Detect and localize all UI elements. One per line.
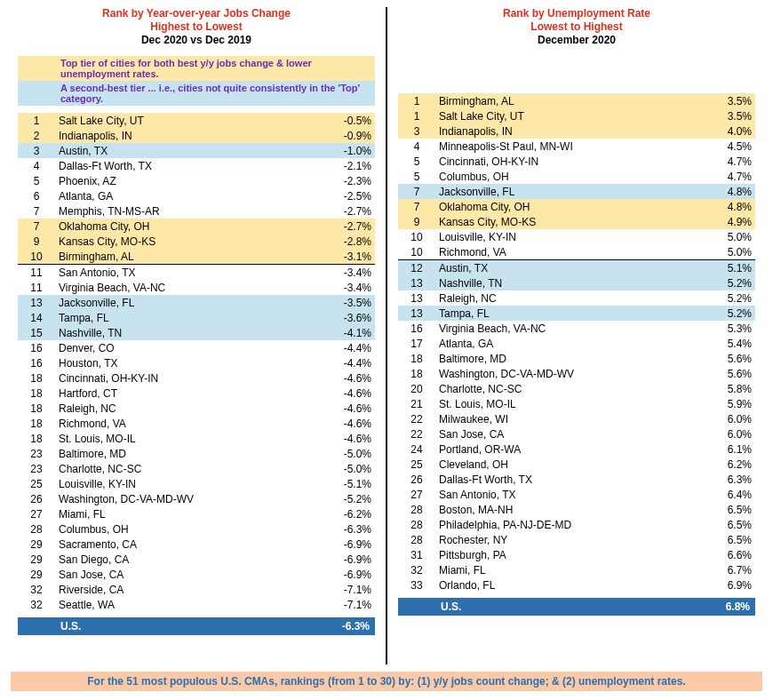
city-cell: Jacksonville, FL: [435, 184, 691, 199]
value-cell: -4.1%: [311, 325, 375, 340]
table-row: 26Washington, DC-VA-MD-WV-5.2%: [18, 491, 375, 506]
table-row: 6Atlanta, GA-2.5%: [18, 188, 375, 203]
city-cell: Miami, FL: [435, 562, 691, 577]
value-cell: 4.9%: [691, 214, 755, 229]
rank-cell: 4: [18, 158, 55, 173]
city-cell: Philadelphia, PA-NJ-DE-MD: [435, 517, 691, 532]
value-cell: -6.2%: [311, 506, 375, 521]
value-cell: -1.0%: [311, 143, 375, 158]
city-cell: Orlando, FL: [435, 577, 691, 593]
rank-cell: 18: [398, 351, 435, 366]
rank-cell: 20: [398, 381, 435, 396]
value-cell: -4.6%: [311, 370, 375, 386]
city-cell: San Jose, CA: [55, 567, 311, 582]
city-cell: Kansas City, MO-KS: [435, 214, 691, 229]
table-row: 12Austin, TX5.1%: [398, 260, 755, 276]
value-cell: 5.2%: [691, 275, 755, 290]
value-cell: 6.4%: [691, 487, 755, 502]
left-title-2: Highest to Lowest: [18, 20, 375, 34]
city-cell: Portland, OR-WA: [435, 441, 691, 457]
table-row: 7Oklahoma City, OH4.8%: [398, 199, 755, 214]
table-row: 18Raleigh, NC-4.6%: [18, 401, 375, 416]
value-cell: 5.6%: [691, 366, 755, 381]
table-row: 1Salt Lake City, UT-0.5%: [18, 113, 375, 128]
rank-cell: 29: [18, 537, 55, 552]
value-cell: -5.0%: [311, 461, 375, 476]
table-row: 17Atlanta, GA5.4%: [398, 336, 755, 351]
rank-cell: 5: [398, 154, 435, 169]
table-row: 4Dallas-Ft Worth, TX-2.1%: [18, 158, 375, 173]
city-cell: Birmingham, AL: [55, 249, 311, 265]
city-cell: Indianapolis, IN: [435, 123, 691, 139]
rank-cell: 18: [18, 386, 55, 401]
value-cell: -3.6%: [311, 310, 375, 325]
value-cell: 4.7%: [691, 154, 755, 169]
rank-cell: 15: [18, 325, 55, 340]
rank-cell: 23: [18, 461, 55, 476]
city-cell: Raleigh, NC: [435, 290, 691, 306]
city-cell: San Antonio, TX: [435, 487, 691, 502]
table-row: 23Charlotte, NC-SC-5.0%: [18, 461, 375, 476]
table-row: 24Portland, OR-WA6.1%: [398, 441, 755, 457]
table-row: 31Pittsburgh, PA6.6%: [398, 547, 755, 562]
rank-cell: 28: [398, 502, 435, 517]
table-row: 16Houston, TX-4.4%: [18, 355, 375, 370]
rank-cell: 3: [18, 143, 55, 158]
left-title-1: Rank by Year-over-year Jobs Change: [18, 7, 375, 20]
city-cell: Louisville, KY-IN: [435, 229, 691, 244]
city-cell: Sacramento, CA: [55, 537, 311, 552]
rank-cell: 7: [398, 184, 435, 199]
rank-cell: 26: [18, 491, 55, 506]
rank-cell: 25: [18, 476, 55, 491]
value-cell: -7.1%: [311, 597, 375, 612]
city-cell: Salt Lake City, UT: [435, 108, 691, 123]
value-cell: 3.5%: [691, 93, 755, 108]
city-cell: St. Louis, MO-IL: [435, 396, 691, 411]
value-cell: 6.0%: [691, 411, 755, 426]
table-row: 9Kansas City, MO-KS-2.8%: [18, 234, 375, 249]
city-cell: Rochester, NY: [435, 532, 691, 547]
table-row: 33Orlando, FL6.9%: [398, 577, 755, 593]
rank-cell: 13: [18, 295, 55, 310]
table-row: 13Jacksonville, FL-3.5%: [18, 295, 375, 310]
right-column: Rank by Unemployment Rate Lowest to High…: [391, 7, 762, 664]
value-cell: -4.6%: [311, 416, 375, 431]
table-row: 3Indianapolis, IN4.0%: [398, 123, 755, 139]
rank-cell: 13: [398, 290, 435, 306]
value-cell: -3.1%: [311, 249, 375, 265]
value-cell: 5.9%: [691, 396, 755, 411]
table-row: 11Virginia Beach, VA-NC-3.4%: [18, 280, 375, 295]
right-us-row: U.S. 6.8%: [398, 598, 755, 616]
value-cell: -5.1%: [311, 476, 375, 491]
table-row: 29San Diego, CA-6.9%: [18, 552, 375, 567]
value-cell: 5.8%: [691, 381, 755, 396]
table-row: 14Tampa, FL-3.6%: [18, 310, 375, 325]
value-cell: -3.4%: [311, 280, 375, 295]
value-cell: 6.0%: [691, 426, 755, 441]
table-row: 7Jacksonville, FL4.8%: [398, 184, 755, 199]
city-cell: Charlotte, NC-SC: [55, 461, 311, 476]
table-row: 13Nashville, TN5.2%: [398, 275, 755, 290]
value-cell: 3.5%: [691, 108, 755, 123]
rank-cell: 28: [398, 532, 435, 547]
rank-cell: 9: [398, 214, 435, 229]
left-us-label: U.S.: [55, 617, 311, 635]
value-cell: 4.8%: [691, 184, 755, 199]
city-cell: Cincinnati, OH-KY-IN: [435, 154, 691, 169]
city-cell: Birmingham, AL: [435, 93, 691, 108]
city-cell: Atlanta, GA: [435, 336, 691, 351]
rank-cell: 16: [18, 355, 55, 370]
rank-cell: 28: [18, 521, 55, 537]
value-cell: 6.6%: [691, 547, 755, 562]
city-cell: Minneapolis-St Paul, MN-WI: [435, 139, 691, 154]
value-cell: -4.4%: [311, 340, 375, 355]
value-cell: -4.6%: [311, 401, 375, 416]
value-cell: -6.3%: [311, 521, 375, 537]
rank-cell: 33: [398, 577, 435, 593]
rank-cell: 18: [18, 401, 55, 416]
city-cell: Kansas City, MO-KS: [55, 234, 311, 249]
value-cell: 5.6%: [691, 351, 755, 366]
city-cell: Phoenix, AZ: [55, 173, 311, 188]
value-cell: -0.9%: [311, 128, 375, 143]
table-row: 7Memphis, TN-MS-AR-2.7%: [18, 203, 375, 219]
